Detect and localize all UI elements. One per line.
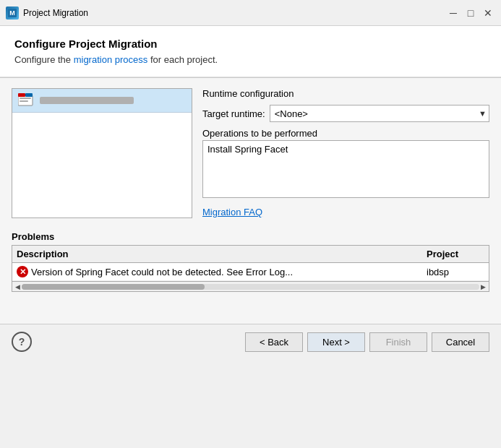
scroll-thumb [22, 284, 205, 290]
bottom-bar: ? < Back Next > Finish Cancel [0, 324, 501, 359]
help-button[interactable]: ? [12, 332, 32, 352]
page-title: Configure Project Migration [14, 38, 487, 50]
table-row: ✕ Version of Spring Facet could not be d… [12, 263, 489, 281]
body-area: Runtime configuration Target runtime: <N… [0, 78, 501, 302]
window-controls: ─ □ ✕ [446, 6, 495, 20]
project-name [40, 97, 134, 104]
button-group: < Back Next > Finish Cancel [245, 332, 489, 352]
runtime-config-label: Runtime configuration [202, 88, 489, 99]
back-button[interactable]: < Back [245, 332, 303, 352]
window-title: Project Migration [23, 8, 446, 18]
cancel-button[interactable]: Cancel [432, 332, 489, 352]
header-section: Configure Project Migration Configure th… [0, 26, 501, 77]
error-icon: ✕ [17, 266, 28, 277]
scroll-left-arrow-icon[interactable]: ◀ [14, 283, 22, 290]
target-runtime-row: Target runtime: <None> ▼ [202, 105, 489, 122]
operations-box: Install Spring Facet [202, 140, 489, 198]
subtitle-link: migration process [74, 54, 148, 65]
svg-rect-6 [20, 100, 28, 102]
subtitle-suffix: for each project. [147, 54, 218, 65]
migration-faq-link[interactable]: Migration FAQ [202, 207, 489, 217]
svg-rect-4 [25, 93, 33, 97]
maximize-button[interactable]: □ [463, 6, 478, 20]
svg-rect-5 [20, 98, 31, 99]
target-runtime-select[interactable]: <None> [270, 105, 489, 122]
problems-section: Problems Description Project ✕ Version o… [12, 231, 489, 292]
operations-section: Operations to be performed Install Sprin… [202, 128, 489, 198]
finish-button[interactable]: Finish [369, 332, 427, 352]
horizontal-scrollbar[interactable]: ◀ ▶ [12, 282, 489, 292]
runtime-config-panel: Runtime configuration Target runtime: <N… [202, 88, 489, 218]
title-bar: M Project Migration ─ □ ✕ [0, 0, 501, 26]
target-runtime-label: Target runtime: [202, 108, 265, 119]
next-button[interactable]: Next > [307, 332, 365, 352]
minimize-button[interactable]: ─ [446, 6, 461, 20]
svg-text:M: M [9, 9, 15, 17]
page-subtitle: Configure the migration process for each… [14, 54, 487, 65]
problems-table: Description Project ✕ Version of Spring … [12, 245, 489, 282]
col-description-header: Description [17, 249, 427, 259]
problem-project: ibdsp [427, 267, 484, 277]
operations-label: Operations to be performed [202, 128, 489, 139]
spacer [0, 302, 501, 324]
app-icon: M [6, 7, 19, 20]
problems-header: Problems [12, 231, 489, 242]
project-item-icon [18, 93, 35, 108]
problem-description: Version of Spring Facet could not be det… [31, 267, 427, 277]
close-button[interactable]: ✕ [481, 6, 495, 20]
project-list [12, 88, 192, 218]
svg-rect-3 [18, 93, 25, 97]
problems-table-header: Description Project [12, 246, 489, 263]
target-runtime-select-wrapper: <None> ▼ [270, 105, 489, 122]
subtitle-text: Configure the [14, 54, 74, 65]
col-project-header: Project [427, 249, 484, 259]
scroll-right-arrow-icon[interactable]: ▶ [479, 283, 487, 290]
upper-section: Runtime configuration Target runtime: <N… [12, 88, 489, 218]
scroll-track [22, 284, 479, 290]
project-item[interactable] [12, 89, 192, 113]
